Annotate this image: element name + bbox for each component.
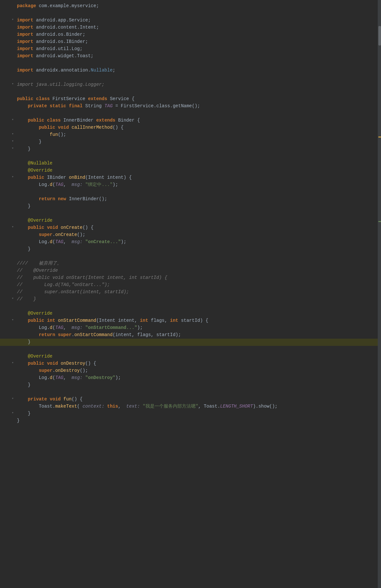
line-content-52: super.onDestroy(); bbox=[16, 367, 378, 374]
line-45: ▾ public int onStartCommand(Intent inten… bbox=[0, 317, 381, 324]
line-17: ▾ public class InnerBinder extends Binde… bbox=[0, 117, 381, 124]
line-content-8: import android.widget.Toast; bbox=[16, 53, 378, 60]
line-38: // @Override bbox=[0, 267, 381, 274]
line-content-43 bbox=[16, 303, 378, 310]
scrollbar[interactable] bbox=[378, 0, 381, 588]
code-editor: package com.example.myservice; ▾ import … bbox=[0, 0, 381, 588]
line-content-18: public void callInnerMethod() { bbox=[16, 124, 378, 131]
line-32: ▾ public void onCreate() { bbox=[0, 224, 381, 231]
line-content-26: Log.d(TAG, msg: "绑定中..."); bbox=[16, 181, 378, 189]
line-content-17: public class InnerBinder extends Binder … bbox=[16, 117, 378, 124]
line-content-37: //// 被弃用了。 bbox=[16, 260, 378, 267]
line-14: public class FirstService extends Servic… bbox=[0, 96, 381, 103]
line-53: Log.d(TAG, msg: "onDestroy"); bbox=[0, 374, 381, 382]
line-content-3: import android.app.Service; bbox=[16, 17, 378, 24]
line-47: return super.onStartCommand(intent, flag… bbox=[0, 332, 381, 339]
line-content-9 bbox=[16, 60, 378, 67]
line-46: Log.d(TAG, msg: "onStartCommand..."); bbox=[0, 324, 381, 332]
fold-3[interactable]: ▾ bbox=[10, 17, 15, 22]
line-content-36 bbox=[16, 253, 378, 260]
line-58: ▾ } bbox=[0, 410, 381, 417]
fold-17[interactable]: ▾ bbox=[10, 117, 15, 123]
line-36 bbox=[0, 253, 381, 260]
line-content-47: return super.onStartCommand(intent, flag… bbox=[16, 332, 378, 339]
line-30 bbox=[0, 210, 381, 217]
line-content-57: Toast.makeText( context: this, text: "我是… bbox=[16, 403, 378, 410]
line-31: @Override bbox=[0, 217, 381, 224]
line-content-6: import android.os.IBinder; bbox=[16, 38, 378, 46]
fold-25[interactable]: ▾ bbox=[10, 174, 15, 180]
line-content-44: @Override bbox=[16, 310, 378, 317]
line-content-59: } bbox=[16, 417, 378, 425]
line-44: @Override bbox=[0, 310, 381, 317]
line-content-55 bbox=[16, 389, 378, 396]
line-35: } bbox=[0, 246, 381, 253]
line-49 bbox=[0, 346, 381, 353]
line-21: ▾ } bbox=[0, 146, 381, 153]
line-41: // super.onStart(intent, startId); bbox=[0, 289, 381, 296]
line-19: ▾ fun(); bbox=[0, 131, 381, 138]
fold-45[interactable]: ▾ bbox=[10, 317, 15, 323]
line-20: ▾ } bbox=[0, 138, 381, 146]
line-content-54: } bbox=[16, 382, 378, 389]
line-content-34: Log.d(TAG, msg: "onCreate..."); bbox=[16, 239, 378, 246]
line-50: @Override bbox=[0, 353, 381, 360]
line-13 bbox=[0, 88, 381, 96]
line-content-11 bbox=[16, 74, 378, 81]
line-content-5: import android.os.Binder; bbox=[16, 31, 378, 38]
line-content-49 bbox=[16, 346, 378, 353]
line-22 bbox=[0, 153, 381, 160]
line-5: import android.os.Binder; bbox=[0, 31, 381, 38]
line-content-50: @Override bbox=[16, 353, 378, 360]
line-content-29: } bbox=[16, 203, 378, 210]
line-content-38: // @Override bbox=[16, 267, 378, 274]
fold-42[interactable]: ▾ bbox=[10, 296, 15, 301]
line-1: package com.example.myservice; bbox=[0, 3, 381, 10]
line-40: // Log.d(TAG,"onStart..."); bbox=[0, 281, 381, 289]
line-59: } bbox=[0, 417, 381, 425]
line-content-48: } bbox=[16, 339, 378, 346]
fold-32[interactable]: ▾ bbox=[10, 224, 15, 230]
line-content-22 bbox=[16, 153, 378, 160]
line-content-28: return new InnerBinder(); bbox=[16, 196, 378, 203]
line-26: Log.d(TAG, msg: "绑定中..."); bbox=[0, 181, 381, 189]
line-content-45: public int onStartCommand(Intent intent,… bbox=[16, 317, 378, 324]
line-content-23: @Nullable bbox=[16, 160, 378, 167]
line-23: @Nullable bbox=[0, 160, 381, 167]
line-10: import androidx.annotation.Nullable; bbox=[0, 67, 381, 74]
line-content-4: import android.content.Intent; bbox=[16, 24, 378, 31]
line-56: ▾ private void fun() { bbox=[0, 396, 381, 403]
fold-58[interactable]: ▾ bbox=[10, 410, 15, 416]
fold-19[interactable]: ▾ bbox=[10, 131, 15, 137]
line-content-51: public void onDestroy() { bbox=[16, 360, 378, 367]
fold-20[interactable]: ▾ bbox=[10, 138, 15, 144]
line-content-25: public IBinder onBind(Intent intent) { bbox=[16, 174, 378, 181]
fold-51[interactable]: ▾ bbox=[10, 360, 15, 366]
line-content-41: // super.onStart(intent, startId); bbox=[16, 289, 378, 296]
fold-21[interactable]: ▾ bbox=[10, 146, 15, 151]
line-content-1: package com.example.myservice; bbox=[16, 3, 378, 10]
line-42: ▾ // } bbox=[0, 296, 381, 303]
line-57: Toast.makeText( context: this, text: "我是… bbox=[0, 403, 381, 410]
fold-56[interactable]: ▾ bbox=[10, 396, 15, 401]
line-51: ▾ public void onDestroy() { bbox=[0, 360, 381, 367]
line-39: // public void onStart(Intent intent, in… bbox=[0, 274, 381, 281]
line-content-58: } bbox=[16, 410, 378, 417]
line-content-10: import androidx.annotation.Nullable; bbox=[16, 67, 378, 74]
line-content-2 bbox=[16, 10, 378, 17]
line-content-35: } bbox=[16, 246, 378, 253]
line-12: ▾ import java.util.logging.Logger; bbox=[0, 81, 381, 88]
line-content-12: import java.util.logging.Logger; bbox=[16, 81, 378, 88]
line-15: private static final String TAG = FirstS… bbox=[0, 103, 381, 110]
line-37: //// 被弃用了。 bbox=[0, 260, 381, 267]
line-25: ▾ public IBinder onBind(Intent intent) { bbox=[0, 174, 381, 181]
fold-12[interactable]: ▾ bbox=[10, 81, 15, 87]
line-content-19: fun(); bbox=[16, 131, 378, 138]
scrollbar-thumb[interactable] bbox=[378, 26, 381, 46]
line-2 bbox=[0, 10, 381, 17]
scrollbar-marker-2 bbox=[378, 221, 381, 222]
line-4: import android.content.Intent; bbox=[0, 24, 381, 31]
line-content-33: super.onCreate(); bbox=[16, 231, 378, 239]
line-content-15: private static final String TAG = FirstS… bbox=[16, 103, 378, 110]
line-content-39: // public void onStart(Intent intent, in… bbox=[16, 274, 378, 281]
